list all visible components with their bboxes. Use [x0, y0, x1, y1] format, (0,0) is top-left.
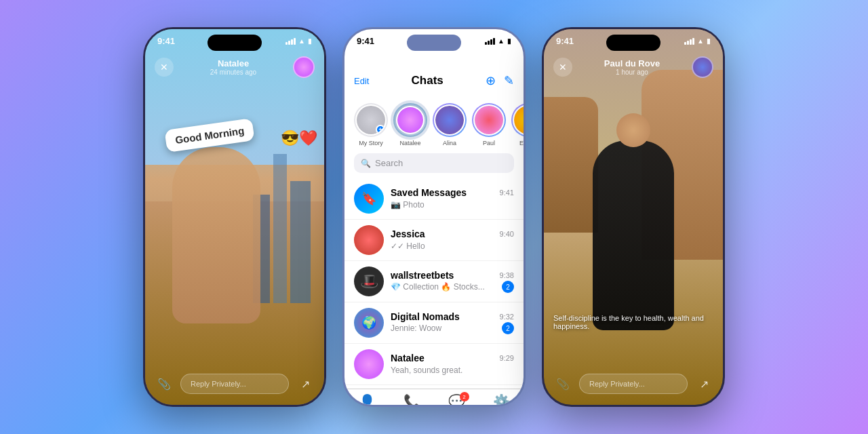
chat-item-jessica[interactable]: Jessica 9:40 ✓✓ Hello: [344, 220, 524, 261]
chat-item-digital[interactable]: 🌍 Digital Nomads 9:32 Jennie: Woow 2: [344, 302, 524, 344]
natalee-story-label: Natalee: [399, 140, 420, 146]
status-icons-center: ▲ ▮: [485, 37, 511, 45]
signal-bar-c1: [485, 42, 487, 45]
tab-calls[interactable]: 📞 Calls: [389, 393, 434, 407]
edit-button[interactable]: Edit: [354, 76, 369, 86]
building-1: [290, 181, 311, 303]
wsb-top: wallstreetbets 9:38: [391, 270, 514, 281]
story-close-button-right[interactable]: ✕: [553, 58, 572, 77]
signal-bar-c3: [490, 39, 492, 45]
chat-item-natalee[interactable]: Natalee 9:29 Yeah, sounds great.: [344, 344, 524, 385]
story-time-left: 24 minutes ago: [210, 68, 256, 76]
digital-time: 9:32: [500, 313, 514, 321]
saved-time: 9:41: [500, 189, 514, 197]
emma-avatar-wrap: [513, 104, 524, 136]
alina-story-label: Alina: [443, 140, 456, 146]
natalee-time: 9:29: [500, 354, 514, 362]
tab-chats[interactable]: 💬 2 Chats: [434, 393, 479, 407]
story-item-emma[interactable]: Emma: [511, 103, 524, 146]
header-icons: ⊕ ✎: [486, 73, 514, 88]
alina-avatar-wrap: [434, 104, 465, 136]
saved-name: Saved Messages: [391, 187, 467, 198]
my-story-plus-badge: +: [376, 125, 385, 134]
attachment-icon-left[interactable]: 📎: [155, 374, 174, 393]
saved-content: Saved Messages 9:41 📷 Photo: [391, 187, 514, 210]
jessica-preview: ✓✓ Hello: [391, 241, 425, 251]
my-story-label: My Story: [359, 140, 383, 146]
natalee-top: Natalee 9:29: [391, 353, 514, 363]
saved-avatar: 🔖: [354, 184, 384, 214]
tab-contacts[interactable]: 👤 Contacts: [344, 393, 389, 407]
digital-badge: 2: [502, 322, 514, 334]
search-bar[interactable]: 🔍 Search: [354, 153, 514, 173]
natalee-chat-avatar: [354, 349, 384, 379]
story-user-info-left: Natalee 24 minutes ago: [174, 58, 293, 76]
story-item-alina[interactable]: Alina: [433, 103, 467, 146]
paul-story-label: Paul: [483, 140, 495, 146]
building-2: [273, 154, 287, 303]
jessica-time: 9:40: [500, 230, 514, 238]
story-close-button[interactable]: ✕: [155, 58, 174, 77]
wsb-badge: 2: [502, 281, 514, 293]
share-icon-left[interactable]: ↗: [296, 374, 315, 393]
my-story-avatar-wrap: +: [355, 104, 387, 136]
wsb-preview: 💎 Collection 🔥 Stocks...: [391, 282, 502, 292]
jessica-name: Jessica: [391, 229, 425, 239]
story-ring-mystory: +: [354, 103, 388, 137]
dynamic-island-right: [606, 35, 660, 51]
dynamic-island-center: [407, 35, 461, 51]
natalee-avatar-wrap: [396, 106, 425, 134]
digital-top: Digital Nomads 9:32: [391, 311, 514, 322]
wifi-icon-center: ▲: [498, 37, 505, 45]
story-time-right: 1 hour ago: [616, 68, 648, 76]
story-item-mystory[interactable]: + My Story: [354, 103, 388, 146]
attachment-icon-right[interactable]: 📎: [553, 374, 572, 393]
story-avatar-right[interactable]: [692, 56, 713, 78]
chat-item-saved[interactable]: 🔖 Saved Messages 9:41 📷 Photo: [344, 178, 524, 220]
signal-bars-center: [485, 38, 495, 45]
story-background-left: [145, 29, 324, 405]
contacts-icon: 👤: [359, 393, 376, 407]
battery-icon-center: ▮: [507, 37, 511, 45]
digital-content: Digital Nomads 9:32 Jennie: Woow 2: [391, 311, 514, 334]
natalee-avatar: [397, 107, 423, 133]
new-chat-button[interactable]: ⊕: [486, 73, 496, 88]
chat-list: 🔖 Saved Messages 9:41 📷 Photo Jessica: [344, 178, 524, 389]
tab-settings[interactable]: ⚙️ Settings: [479, 393, 524, 407]
digital-avatar: 🌍: [354, 308, 384, 338]
story-item-natalee[interactable]: Natalee: [393, 103, 427, 146]
story-username-left: Natalee: [218, 58, 249, 68]
reply-input-left[interactable]: Reply Privately...: [180, 374, 289, 394]
compose-button[interactable]: ✎: [504, 73, 514, 88]
natalee-content: Natalee 9:29 Yeah, sounds great.: [391, 353, 514, 376]
reply-input-right[interactable]: Reply Privately...: [579, 374, 688, 394]
wsb-name: wallstreetbets: [391, 270, 454, 281]
story-username-right: Paul du Rove: [604, 58, 660, 68]
person-right-body: [593, 140, 674, 330]
right-story-bg: [544, 29, 723, 405]
story-item-paul[interactable]: Paul: [472, 103, 506, 146]
story-ring-alina: [433, 103, 467, 137]
chats-badge: 2: [460, 392, 469, 401]
bottom-tabs: 👤 Contacts 📞 Calls 💬 2 Chats ⚙️ Settings: [344, 389, 524, 407]
quote-text: Self-discipline is the key to health, we…: [553, 314, 713, 330]
wsb-bottom: 💎 Collection 🔥 Stocks... 2: [391, 281, 514, 293]
jessica-top: Jessica 9:40: [391, 229, 514, 239]
wsb-time: 9:38: [500, 271, 514, 279]
chat-item-wsb[interactable]: 🎩 wallstreetbets 9:38 💎 Collection 🔥 Sto…: [344, 261, 524, 302]
chats-title: Chats: [412, 74, 443, 87]
saved-preview: 📷 Photo: [391, 200, 425, 210]
stories-row: + My Story Natalee: [344, 100, 524, 153]
dynamic-island-left: [208, 35, 262, 51]
story-ring-emma: [511, 103, 524, 137]
story-avatar-left[interactable]: [293, 56, 315, 78]
emma-story-label: Emma: [519, 140, 524, 146]
jessica-avatar: [354, 225, 384, 255]
share-icon-right[interactable]: ↗: [694, 374, 713, 393]
phone-center: 9:41 ▲ ▮ Edit Chats ⊕ ✎: [342, 27, 526, 407]
chats-badge-wrap: 💬 2: [448, 393, 465, 407]
digital-name: Digital Nomads: [391, 311, 460, 322]
settings-icon: ⚙️: [493, 393, 510, 407]
search-icon: 🔍: [361, 159, 371, 168]
story-ring-paul: [472, 103, 506, 137]
